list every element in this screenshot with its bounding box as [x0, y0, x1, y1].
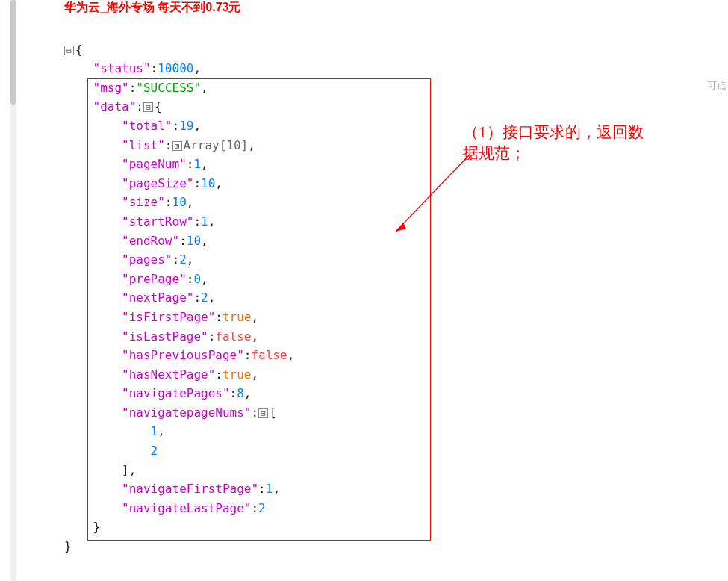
json-key: "endRow" — [122, 234, 179, 248]
json-viewer: ⊟{ "status":10000, "msg":"SUCCESS", "dat… — [64, 21, 294, 556]
json-key: "data" — [93, 99, 137, 114]
svg-line-0 — [396, 154, 470, 232]
json-key: "prePage" — [122, 272, 187, 286]
collapse-icon[interactable]: ⊟ — [258, 408, 268, 418]
brace-open: { — [75, 43, 83, 57]
scrollbar-track[interactable] — [10, 0, 16, 581]
json-key: "navigateLastPage" — [122, 501, 251, 515]
json-number: 10 — [201, 176, 215, 190]
json-number: 0 — [193, 272, 201, 286]
annotation-line-2: 据规范； — [463, 144, 526, 162]
json-number: 2 — [151, 444, 158, 458]
json-number: 2 — [258, 501, 266, 515]
json-number: 10 — [172, 195, 187, 209]
json-key: "navigatepageNums" — [122, 406, 251, 420]
array-collapsed-label: Array[10] — [184, 138, 249, 152]
annotation-text: （1）接口要求的，返回数 据规范； — [463, 122, 644, 164]
header-ad-text[interactable]: 华为云_海外专场 每天不到0.73元 — [64, 0, 240, 16]
json-key: "hasNextPage" — [122, 367, 215, 382]
json-key: "isLastPage" — [122, 329, 208, 344]
json-key: "status" — [93, 61, 151, 75]
expand-icon[interactable]: ⊞ — [172, 141, 182, 151]
svg-marker-1 — [396, 223, 406, 232]
json-number: 2 — [201, 290, 208, 305]
json-key: "total" — [122, 119, 172, 133]
json-key: "isFirstPage" — [122, 310, 215, 324]
json-number: 19 — [179, 119, 193, 133]
collapse-icon[interactable]: ⊟ — [143, 102, 153, 112]
json-key: "hasPreviousPage" — [122, 348, 244, 362]
json-number: 10000 — [158, 61, 193, 75]
right-hint-text: 可点 — [707, 79, 727, 93]
json-number: 2 — [179, 252, 187, 267]
json-key: "list" — [122, 138, 165, 152]
json-key: "nextPage" — [122, 290, 193, 305]
json-key: "navigateFirstPage" — [122, 482, 258, 496]
json-key: "pageSize" — [122, 176, 193, 190]
json-number: 1 — [266, 482, 273, 496]
scrollbar-thumb[interactable] — [10, 0, 16, 105]
json-number: 1 — [201, 214, 208, 229]
json-key: "msg" — [93, 81, 129, 95]
json-bool: true — [223, 310, 252, 324]
json-key: "pages" — [122, 252, 172, 267]
json-bool: true — [223, 367, 252, 382]
json-string: "SUCCESS" — [136, 81, 201, 95]
json-bool: false — [251, 348, 287, 362]
json-number: 10 — [187, 234, 201, 248]
json-key: "navigatePages" — [122, 386, 230, 400]
json-key: "size" — [122, 195, 165, 209]
json-number: 1 — [193, 157, 201, 171]
json-bool: false — [215, 329, 251, 344]
json-key: "startRow" — [122, 214, 193, 229]
json-key: "pageNum" — [122, 157, 187, 171]
json-number: 8 — [237, 386, 244, 400]
collapse-icon[interactable]: ⊟ — [64, 46, 74, 55]
json-number: 1 — [151, 424, 158, 438]
annotation-line-1: （1）接口要求的，返回数 — [463, 123, 644, 141]
